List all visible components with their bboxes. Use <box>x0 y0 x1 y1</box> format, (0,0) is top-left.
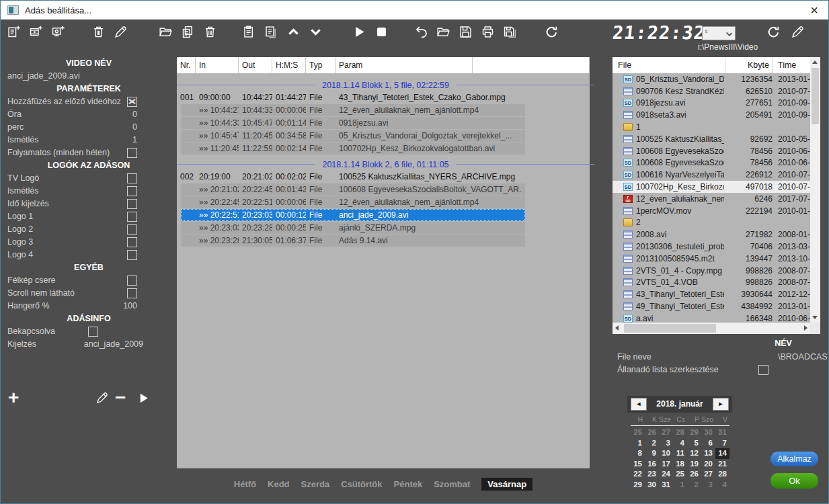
playlist-row[interactable]: »» 20:21:0220:22:4500:01:43File100608 Eg… <box>177 183 590 196</box>
pencil-icon[interactable] <box>95 391 109 405</box>
calendar-day[interactable]: 5 <box>687 438 701 449</box>
calendar-day[interactable]: 13 <box>701 448 715 459</box>
calendar-day[interactable]: 29 <box>687 427 701 438</box>
calendar-day[interactable]: 27 <box>701 469 715 480</box>
calendar-day[interactable]: 7 <box>715 438 729 449</box>
calendar-day[interactable]: 22 <box>631 469 645 480</box>
file-row[interactable]: 2008.avi2719822008-01-10 1 <box>613 228 810 241</box>
file-row[interactable]: SDa.avi1663482010-06-12 1 <box>613 312 810 323</box>
folder-open-icon[interactable] <box>159 25 173 39</box>
file-row[interactable]: 43_Tihanyi_Tetoteri_Este...39306442012-1… <box>613 288 810 300</box>
checkbox[interactable] <box>127 237 137 247</box>
file-row[interactable]: FHD12_éven_aluliaknak_nem...62462017-07-… <box>613 193 810 205</box>
trash-icon[interactable] <box>91 25 106 39</box>
day-tab[interactable]: Szombat <box>434 479 470 489</box>
copy-icon[interactable] <box>181 25 195 39</box>
calendar-day[interactable]: 31 <box>659 480 673 491</box>
file-row[interactable]: 1 <box>613 121 810 133</box>
pencil-icon[interactable] <box>114 25 128 39</box>
calendar-day[interactable]: 8 <box>631 448 645 459</box>
calendar-day[interactable]: 12 <box>687 448 701 459</box>
save-icon[interactable] <box>459 25 473 39</box>
calendar-day[interactable]: 10 <box>659 448 673 459</box>
copy-stack-icon[interactable] <box>264 25 278 39</box>
calendar-day[interactable]: 28 <box>715 469 729 480</box>
calendar-day[interactable]: 26 <box>645 427 659 438</box>
calendar-day[interactable]: 30 <box>645 480 659 491</box>
trash-icon[interactable] <box>203 25 217 39</box>
scroll-up-icon[interactable] <box>812 60 818 64</box>
file-row[interactable]: 1percMOV.mov2221942010-01-12 0 <box>613 205 810 217</box>
day-tab[interactable]: Péntek <box>394 479 423 489</box>
day-tab[interactable]: Csütörtök <box>341 479 382 489</box>
column-header[interactable]: Typ <box>306 57 335 73</box>
calendar-day[interactable]: 3 <box>701 480 715 491</box>
calendar-day[interactable]: 2 <box>687 480 701 491</box>
stop-icon[interactable] <box>374 25 389 39</box>
playlist-row[interactable]: »» 10:44:2710:44:3300:00:06File12_éven_a… <box>177 104 590 117</box>
calendar-day[interactable]: 31 <box>715 427 729 438</box>
playlist-row[interactable]: »» 10:45:4711:20:4500:34:58File05_Kriszt… <box>177 130 590 142</box>
calendar-day[interactable]: 19 <box>687 459 701 470</box>
add-icon[interactable]: + <box>8 388 19 408</box>
file-row[interactable]: 2VTS_01_4 - Copy.mpg9988262008-07-15 1 <box>613 265 810 277</box>
file-row[interactable]: 100525 KaktuszKiallitas_...926922010-05-… <box>613 133 810 145</box>
calendar-day[interactable]: 1 <box>631 438 645 449</box>
day-tab[interactable]: Kedd <box>268 479 290 489</box>
day-tab-active[interactable]: Vasárnap <box>481 478 532 491</box>
column-header[interactable]: Out <box>239 57 272 73</box>
calendar-day[interactable]: 2 <box>645 438 659 449</box>
column-header[interactable]: Kbyte <box>725 57 773 73</box>
calendar-day[interactable]: 4 <box>673 438 687 449</box>
checkbox[interactable] <box>127 212 137 222</box>
checkbox[interactable] <box>127 250 137 260</box>
checkbox[interactable] <box>127 173 137 183</box>
file-row[interactable]: 49_Tihanyi_Tetoteri_Este...43849922013-0… <box>613 300 810 312</box>
undo-icon[interactable] <box>414 25 428 39</box>
file-row[interactable]: 090706 Kesz StrandKézia...6265102010-07-… <box>613 85 810 97</box>
vscroll-thumb[interactable] <box>812 68 819 124</box>
file-row[interactable]: SD100616 NyarVeszelyeiTav...2269122010-0… <box>613 169 810 181</box>
prev-month-button[interactable]: ◄ <box>631 398 647 411</box>
chevron-up-icon[interactable] <box>286 25 301 39</box>
checkbox-checked[interactable]: × <box>127 97 137 107</box>
calendar-day[interactable]: 26 <box>687 469 701 480</box>
calendar-day[interactable]: 4 <box>715 480 729 491</box>
file-row[interactable]: 20131005085945.m2t1394472013-10-09 1 <box>613 253 810 265</box>
calendar-day[interactable]: 18 <box>673 459 687 470</box>
file-row[interactable]: 2VTS_01_4.VOB9988262008-07-15 1 <box>613 277 810 289</box>
column-header[interactable]: In <box>196 57 239 73</box>
playlist-row[interactable]: »» 20:23:2821:30:0501:06:37FileAdás 9.14… <box>177 235 590 247</box>
pencil-icon[interactable] <box>791 25 805 39</box>
calendar-day[interactable]: 6 <box>701 438 715 449</box>
day-tab[interactable]: Szerda <box>301 479 330 489</box>
checkbox[interactable] <box>127 288 137 298</box>
calendar-day[interactable]: 24 <box>659 469 673 480</box>
playlist-row[interactable]: »» 11:20:4511:22:5900:02:14File100702Hp_… <box>177 142 590 155</box>
calendar-day[interactable]: 20 <box>701 459 715 470</box>
column-header[interactable]: H:M:S <box>272 57 306 73</box>
calendar-day[interactable]: 1 <box>673 480 687 491</box>
column-header[interactable]: File <box>613 57 725 73</box>
scroll-left-icon[interactable] <box>615 325 619 331</box>
capture-new-icon[interactable] <box>51 25 65 39</box>
file-row[interactable]: SD100608 EgyevesekaSzoci...784562010-06-… <box>613 157 810 169</box>
close-icon[interactable]: × <box>800 1 828 19</box>
column-header[interactable]: Time <box>773 57 810 73</box>
vertical-scrollbar[interactable] <box>810 57 820 323</box>
ok-button[interactable]: Ok <box>771 473 818 489</box>
clipboard-icon[interactable] <box>242 25 256 39</box>
checkbox[interactable] <box>88 327 98 337</box>
file-row[interactable]: SD0918jezsu.avi2776512010-09-23 1 <box>613 97 810 110</box>
save-stack-icon[interactable] <box>503 25 517 39</box>
file-row[interactable]: SD05_Krisztus_Vandorai_Do...12363542013-… <box>613 73 810 85</box>
column-header[interactable]: Param <box>335 57 473 73</box>
scroll-right-icon[interactable] <box>804 325 807 331</box>
calendar-day[interactable]: 25 <box>673 469 687 480</box>
calendar-day-selected[interactable]: 14 <box>715 448 729 459</box>
day-tab[interactable]: Hétfő <box>234 479 256 489</box>
checkbox[interactable] <box>127 224 137 235</box>
calendar-day[interactable]: 30 <box>701 427 715 438</box>
checkbox[interactable] <box>127 148 137 158</box>
folder-open-icon[interactable] <box>436 25 450 39</box>
